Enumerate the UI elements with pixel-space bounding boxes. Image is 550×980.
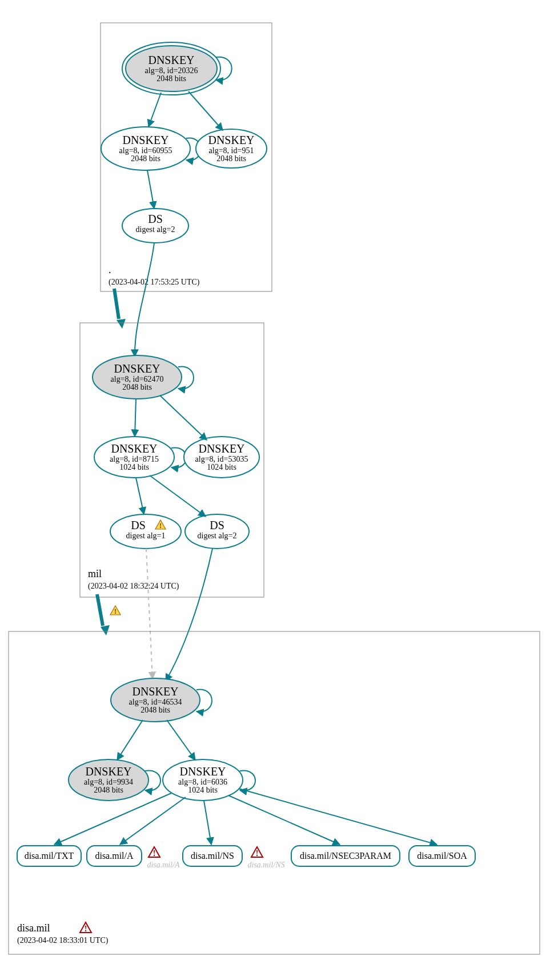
node-rr-ns[interactable]: disa.mil/NS	[183, 846, 242, 866]
svg-text:1024 bits: 1024 bits	[207, 463, 236, 471]
svg-text:alg=8, id=60955: alg=8, id=60955	[119, 146, 172, 155]
edge-dzsk-soa	[239, 789, 437, 845]
edge-mds2-dksk	[166, 549, 212, 681]
svg-text:DNSKEY: DNSKEY	[198, 442, 244, 455]
dnssec-graph: . (2023-04-02 17:53:25 UTC) DNSKEY alg=8…	[0, 0, 550, 980]
node-mil-ksk[interactable]: DNSKEY alg=8, id=62470 2048 bits	[93, 355, 182, 399]
delegation-mil-disa	[97, 594, 103, 626]
edge-mksk-mzsk1	[135, 399, 136, 437]
svg-text:DS: DS	[210, 519, 224, 531]
edge-rds-milksk	[135, 243, 154, 357]
node-rr-soa[interactable]: disa.mil/SOA	[409, 846, 475, 866]
zone-mil-title: mil	[88, 568, 102, 579]
svg-text:!: !	[256, 849, 259, 858]
svg-text:digest alg=2: digest alg=2	[198, 531, 237, 540]
zone-disa-title: disa.mil	[17, 922, 50, 934]
node-root-zsk2[interactable]: DNSKEY alg=8, id=951 2048 bits	[196, 129, 267, 168]
node-root-ds[interactable]: DS digest alg=2	[122, 209, 188, 243]
svg-text:disa.mil/TXT: disa.mil/TXT	[25, 851, 74, 861]
node-mil-ds2[interactable]: DS digest alg=2	[185, 514, 249, 549]
svg-text:DNSKEY: DNSKEY	[122, 134, 168, 146]
node-mil-zsk1[interactable]: DNSKEY alg=8, id=8715 1024 bits	[94, 437, 174, 478]
label-rr-a-missing: disa.mil/A	[147, 861, 180, 869]
svg-text:!: !	[114, 607, 117, 615]
svg-text:DNSKEY: DNSKEY	[208, 134, 254, 146]
svg-marker-37	[101, 625, 110, 635]
svg-text:digest alg=1: digest alg=1	[126, 531, 166, 540]
node-disa-zsk[interactable]: DNSKEY alg=8, id=6036 1024 bits	[163, 759, 243, 801]
edge-mzsk1-mds2	[150, 475, 206, 517]
svg-text:DNSKEY: DNSKEY	[85, 765, 131, 778]
node-rr-a[interactable]: disa.mil/A	[87, 846, 142, 866]
svg-text:alg=8, id=6036: alg=8, id=6036	[178, 778, 227, 786]
svg-text:DS: DS	[148, 213, 163, 225]
zone-mil-ts: (2023-04-02 18:32:24 UTC)	[88, 582, 179, 591]
svg-text:!: !	[85, 925, 87, 933]
warning-icon: !	[110, 606, 121, 615]
svg-text:alg=8, id=53035: alg=8, id=53035	[195, 455, 248, 463]
edge-dksk-dksk2	[117, 720, 143, 760]
node-rr-a-missing: !	[148, 847, 160, 858]
node-root-ksk[interactable]: DNSKEY alg=8, id=20326 2048 bits	[122, 42, 220, 95]
node-disa-ksk[interactable]: DNSKEY alg=8, id=46534 2048 bits	[111, 678, 200, 722]
svg-text:alg=8, id=62470: alg=8, id=62470	[111, 375, 164, 383]
svg-text:disa.mil/SOA: disa.mil/SOA	[417, 851, 467, 861]
svg-text:DNSKEY: DNSKEY	[132, 685, 178, 698]
svg-text:2048 bits: 2048 bits	[131, 154, 160, 163]
svg-text:disa.mil/A: disa.mil/A	[95, 851, 134, 861]
zone-disa-ts: (2023-04-02 18:33:01 UTC)	[17, 936, 109, 945]
delegation-root-mil	[114, 289, 119, 319]
svg-text:2048 bits: 2048 bits	[216, 154, 246, 163]
node-mil-ds1[interactable]: DS digest alg=1 !	[110, 514, 181, 549]
svg-text:2048 bits: 2048 bits	[156, 74, 186, 83]
svg-text:2048 bits: 2048 bits	[140, 706, 170, 714]
edge-dksk-dzsk	[167, 720, 195, 760]
edge-rzsk1-rds	[147, 170, 154, 209]
error-icon: !	[80, 922, 91, 933]
svg-text:DNSKEY: DNSKEY	[179, 765, 226, 778]
svg-text:DS: DS	[131, 519, 146, 531]
node-rr-txt[interactable]: disa.mil/TXT	[17, 846, 81, 866]
svg-text:DNSKEY: DNSKEY	[148, 54, 194, 66]
svg-text:disa.mil/NSEC3PARAM: disa.mil/NSEC3PARAM	[300, 851, 391, 861]
edge-rksk-rzsk2	[188, 91, 223, 130]
svg-text:digest alg=2: digest alg=2	[136, 225, 175, 234]
svg-text:disa.mil/NS: disa.mil/NS	[191, 851, 234, 861]
svg-marker-16	[117, 319, 126, 329]
svg-text:2048 bits: 2048 bits	[122, 383, 152, 391]
node-rr-ns-missing: !	[251, 847, 263, 858]
zone-root-title: .	[109, 264, 111, 275]
svg-text:alg=8, id=8715: alg=8, id=8715	[110, 455, 159, 463]
edge-dzsk-nsec3	[228, 795, 340, 845]
svg-text:DNSKEY: DNSKEY	[111, 442, 157, 455]
zone-root-ts: (2023-04-02 17:53:25 UTC)	[109, 278, 200, 287]
svg-text:1024 bits: 1024 bits	[119, 463, 149, 471]
svg-text:alg=8, id=46534: alg=8, id=46534	[129, 698, 182, 706]
svg-text:!: !	[153, 849, 156, 858]
edge-mksk-mzsk2	[160, 395, 207, 440]
edge-dzsk-a	[120, 797, 186, 845]
svg-text:DNSKEY: DNSKEY	[114, 362, 160, 375]
node-root-zsk1[interactable]: DNSKEY alg=8, id=60955 2048 bits	[101, 127, 190, 170]
edge-rksk-rzsk1	[148, 93, 161, 127]
node-rr-nsec3[interactable]: disa.mil/NSEC3PARAM	[291, 846, 400, 866]
edge-dzsk-ns	[204, 801, 211, 845]
node-disa-ksk2[interactable]: DNSKEY alg=8, id=9934 2048 bits	[69, 759, 148, 801]
svg-text:alg=8, id=951: alg=8, id=951	[209, 146, 254, 155]
svg-text:1024 bits: 1024 bits	[188, 786, 218, 794]
svg-text:alg=8, id=9934: alg=8, id=9934	[84, 778, 133, 786]
edge-mds1-dksk-dashed	[146, 549, 152, 679]
svg-text:!: !	[159, 522, 162, 530]
label-rr-ns-missing: disa.mil/NS	[248, 861, 285, 869]
edge-mzsk1-mds1	[136, 478, 144, 514]
svg-text:2048 bits: 2048 bits	[94, 786, 123, 794]
node-mil-zsk2[interactable]: DNSKEY alg=8, id=53035 1024 bits	[184, 437, 259, 478]
svg-text:alg=8, id=20326: alg=8, id=20326	[145, 66, 198, 75]
